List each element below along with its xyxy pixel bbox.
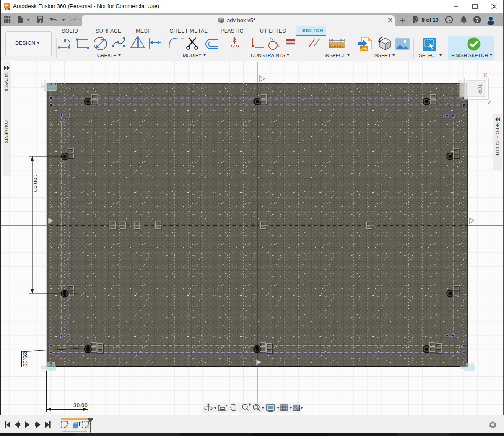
svg-text:Y: Y — [461, 95, 464, 101]
svg-text:Z: Z — [488, 99, 491, 106]
svg-text:?: ? — [475, 17, 479, 23]
svg-text:Ø5.00: Ø5.00 — [22, 351, 29, 367]
svg-text:X: X — [483, 72, 487, 78]
svg-text:360: 360 — [6, 8, 9, 10]
svg-text:TOP: TOP — [477, 84, 483, 94]
svg-text:30.00: 30.00 — [73, 402, 88, 408]
svg-text:100.00: 100.00 — [32, 174, 39, 192]
svg-text:F: F — [5, 3, 8, 8]
